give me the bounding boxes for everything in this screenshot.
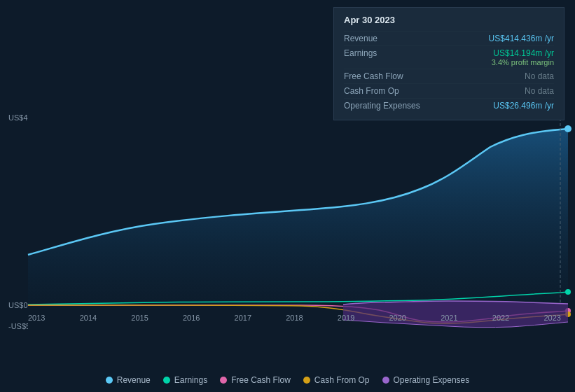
x-label-2017: 2017 <box>235 314 251 322</box>
tooltip-value-revenue: US$414.436m /yr <box>489 34 554 43</box>
x-label-2023: 2023 <box>543 314 560 322</box>
tooltip-date: Apr 30 2023 <box>344 15 554 25</box>
tooltip-value-operating-exp: US$26.496m /yr <box>493 101 554 111</box>
tooltip-label-free-cash: Free Cash Flow <box>344 71 421 81</box>
legend-dot-revenue <box>106 377 113 384</box>
legend-dot-free-cash <box>220 377 227 384</box>
legend-dot-earnings <box>163 377 170 384</box>
tooltip-profit-margin: 3.4% profit margin <box>492 58 554 66</box>
tooltip-value-earnings: US$14.194m /yr <box>492 48 554 58</box>
legend-label-free-cash: Free Cash Flow <box>231 375 291 385</box>
legend-item-operating-exp[interactable]: Operating Expenses <box>382 375 470 385</box>
tooltip-row-earnings: Earnings US$14.194m /yr 3.4% profit marg… <box>344 46 554 69</box>
legend-dot-operating-exp <box>382 377 389 384</box>
x-axis-labels: 2013 2014 2015 2016 2017 2018 2019 2020 … <box>28 314 561 322</box>
tooltip-row-operating-exp: Operating Expenses US$26.496m /yr <box>344 98 554 113</box>
x-label-2018: 2018 <box>286 314 303 322</box>
legend-item-earnings[interactable]: Earnings <box>163 375 207 385</box>
chart-area: US$450m US$0 -US$50m <box>0 0 575 357</box>
tooltip-label-operating-exp: Operating Expenses <box>344 101 421 111</box>
legend: Revenue Earnings Free Cash Flow Cash Fro… <box>0 375 575 385</box>
revenue-endpoint <box>564 125 571 132</box>
tooltip-label-cash-from-op: Cash From Op <box>344 86 421 96</box>
tooltip-row-free-cash: Free Cash Flow No data <box>344 69 554 83</box>
x-label-2014: 2014 <box>80 314 97 322</box>
legend-dot-cash-from-op <box>303 377 310 384</box>
tooltip-label-earnings: Earnings <box>344 48 421 58</box>
x-label-2019: 2019 <box>338 314 354 322</box>
x-label-2020: 2020 <box>389 314 406 322</box>
tooltip-value-cash-from-op: No data <box>525 86 554 96</box>
legend-label-cash-from-op: Cash From Op <box>314 375 370 385</box>
legend-item-free-cash[interactable]: Free Cash Flow <box>220 375 291 385</box>
x-label-2021: 2021 <box>441 314 457 322</box>
tooltip-value-free-cash: No data <box>525 71 554 81</box>
tooltip-row-cash-from-op: Cash From Op No data <box>344 83 554 98</box>
legend-label-earnings: Earnings <box>174 375 207 385</box>
legend-item-revenue[interactable]: Revenue <box>106 375 151 385</box>
tooltip: Apr 30 2023 Revenue US$414.436m /yr Earn… <box>333 7 564 120</box>
x-label-2013: 2013 <box>28 314 45 322</box>
x-label-2016: 2016 <box>183 314 200 322</box>
legend-label-revenue: Revenue <box>117 375 151 385</box>
x-label-2022: 2022 <box>492 314 509 322</box>
legend-label-operating-exp: Operating Expenses <box>394 375 470 385</box>
x-label-2015: 2015 <box>131 314 148 322</box>
tooltip-row-revenue: Revenue US$414.436m /yr <box>344 31 554 46</box>
earnings-endpoint <box>565 289 571 295</box>
legend-item-cash-from-op[interactable]: Cash From Op <box>303 375 370 385</box>
tooltip-label-revenue: Revenue <box>344 34 421 43</box>
